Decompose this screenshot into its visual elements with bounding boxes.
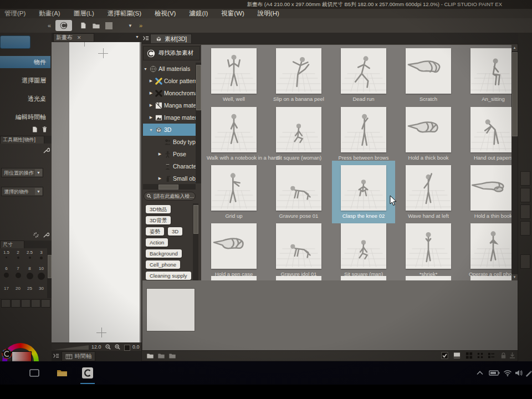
size-option[interactable]: 6 (1, 266, 12, 278)
volume-icon[interactable] (513, 365, 524, 381)
material-item[interactable]: Dead run (336, 48, 391, 102)
menu-window[interactable]: 視窗(W) (221, 9, 244, 18)
collapsed-panel-button[interactable] (520, 204, 530, 219)
tool-item-light-table[interactable]: 透光桌 (0, 93, 50, 105)
brush-size-tab[interactable]: 尺寸 (0, 241, 24, 249)
tab-list-dropdown-icon[interactable]: ▼ (135, 35, 139, 39)
tag-pose[interactable]: 姿勢 (146, 227, 164, 236)
tree-expander-icon[interactable]: ▼ (143, 67, 148, 71)
large-grid-view-icon[interactable] (466, 352, 474, 360)
download-material-icon[interactable] (509, 352, 517, 360)
tree-expander-icon[interactable]: ▶ (157, 176, 162, 181)
size-option[interactable]: 7 (12, 266, 24, 278)
new-file-button[interactable] (78, 20, 89, 31)
palette-button[interactable] (1, 299, 11, 308)
wifi-icon[interactable] (502, 365, 513, 381)
material-item[interactable]: *shriek* (401, 223, 456, 277)
tree-item-body-type[interactable]: Body type (143, 136, 196, 148)
menu-filter[interactable]: 濾鏡(I) (189, 9, 208, 18)
size-option[interactable]: 3 (35, 250, 47, 259)
tool-item-object[interactable]: 物件 (0, 56, 50, 68)
menu-help[interactable]: 說明(H) (258, 9, 279, 18)
save-button[interactable] (103, 20, 114, 31)
tree-scrollbar[interactable] (196, 63, 201, 183)
collapsed-panel-button[interactable] (520, 254, 530, 269)
size-option[interactable]: 17 (1, 286, 12, 291)
material-item[interactable]: Operate a cell phone (466, 223, 511, 277)
clip-studio-taskbar-button[interactable] (80, 365, 95, 381)
active-subtool-button[interactable] (0, 35, 30, 49)
material-item-partial[interactable] (211, 276, 257, 280)
material-item[interactable]: Gravure idol 01 (272, 223, 326, 277)
palette-button[interactable] (21, 299, 30, 308)
tree-item-pose[interactable]: ▶Pose (143, 148, 196, 160)
size-option[interactable]: 2.5 (24, 250, 35, 259)
scrollbar[interactable] (47, 248, 52, 298)
find-materials-button[interactable]: 尋找添加素材 (143, 46, 200, 60)
document-tab[interactable]: 新畫布 ✕ (53, 33, 94, 42)
fit-screen-icon[interactable] (124, 345, 130, 351)
wrench-icon[interactable] (43, 232, 49, 238)
select-all-checkbox-icon[interactable] (441, 352, 449, 360)
pen-input-icon[interactable] (523, 365, 532, 381)
tree-expander-icon[interactable]: ▶ (149, 115, 154, 120)
collapsed-panel-button[interactable] (520, 171, 530, 186)
menu-manage[interactable]: 管理(P) (4, 9, 25, 18)
menu-layer[interactable]: 圖層(L) (74, 9, 94, 18)
material-item-partial[interactable] (470, 276, 511, 280)
material-item[interactable]: Hold a thin book (466, 165, 511, 219)
zoom-out-icon[interactable] (105, 344, 111, 350)
material-item-partial[interactable] (276, 276, 321, 280)
tag-3d[interactable]: 3D (168, 227, 182, 236)
material-item[interactable]: Sit square (woman) (272, 107, 326, 161)
clip-studio-logo-button[interactable] (55, 20, 72, 31)
tree-expander-icon[interactable]: ▼ (149, 128, 154, 132)
tag-3d-item[interactable]: 3D物品 (146, 205, 171, 213)
size-option[interactable]: 2 (12, 250, 24, 259)
operation-mode-dropdown[interactable]: 用位置的操作 ▼ (1, 168, 43, 177)
reset-icon[interactable] (33, 232, 39, 238)
tag-background[interactable]: Background (146, 249, 182, 258)
material-item[interactable]: Hold a thick book (401, 107, 456, 161)
material-item[interactable]: Slip on a banana peel (272, 48, 326, 102)
expand-right-icon[interactable]: » (136, 20, 145, 31)
size-option[interactable]: 25 (24, 286, 35, 291)
tag-scrollbar[interactable] (193, 203, 198, 280)
selected-object-dropdown[interactable]: 選擇的物件 ▼ (1, 187, 43, 196)
palette-button[interactable] (31, 299, 40, 308)
new-folder-icon[interactable] (146, 352, 155, 360)
tag-cleaning-supply[interactable]: Cleaning supply (146, 272, 191, 280)
lock-icon[interactable] (500, 352, 508, 360)
material-item-partial[interactable] (406, 276, 451, 280)
material-search-input[interactable]: [請在此處輸入檢... (144, 192, 196, 201)
canvas-page[interactable] (69, 42, 140, 342)
tree-item-character[interactable]: Character (143, 160, 196, 172)
panel-menu-icon[interactable] (142, 35, 149, 42)
tool-property-tab[interactable]: 工具屬性[物件] (0, 136, 44, 144)
size-option[interactable]: 30 (35, 286, 47, 291)
material-item[interactable]: Grid up (207, 165, 261, 219)
zoom-in-icon[interactable] (114, 344, 121, 350)
tree-item-manga-material[interactable]: ▶Manga materi (143, 99, 196, 111)
material-item[interactable]: Sit square (man) (336, 223, 391, 277)
timeline-tab[interactable]: 時間軸 (62, 351, 95, 361)
tree-expander-icon[interactable]: ▶ (149, 103, 154, 108)
task-view-button[interactable] (27, 365, 42, 381)
scroll-up-icon[interactable]: ▲ (511, 45, 518, 51)
clip-studio-wheel-icon[interactable] (1, 348, 13, 360)
material-item[interactable]: Well, well (207, 48, 261, 102)
battery-icon[interactable] (488, 365, 501, 381)
scroll-down-icon[interactable]: ▼ (511, 274, 518, 280)
material-item[interactable]: Gravure pose 01 (272, 165, 326, 219)
panel-menu-icon[interactable] (53, 352, 59, 359)
material-item[interactable]: Hand out papers (466, 107, 511, 161)
tree-item-monochromatic[interactable]: ▶Monochromati (143, 87, 196, 99)
material-item[interactable]: Walk with a notebook in a hand (207, 107, 261, 161)
material-item[interactable]: Hold a pen case (207, 223, 261, 277)
size-option[interactable]: 1.5 (1, 250, 12, 258)
open-file-button[interactable] (90, 20, 101, 31)
tree-item-image-material[interactable]: ▶Image materia (143, 111, 196, 124)
zoom-slider[interactable] (54, 345, 89, 350)
material-item-partial[interactable] (341, 276, 386, 280)
material-item[interactable]: An_sitting (466, 48, 511, 102)
